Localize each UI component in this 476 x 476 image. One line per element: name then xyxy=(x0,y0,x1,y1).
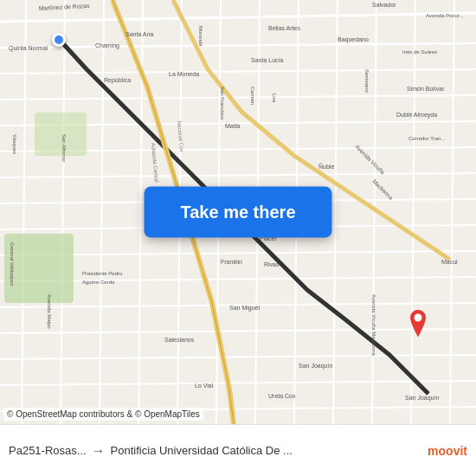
svg-text:Lira: Lira xyxy=(272,93,277,103)
route-arrow-icon: → xyxy=(92,443,106,459)
svg-text:Santa Ana: Santa Ana xyxy=(125,31,153,37)
svg-text:Inés de Suárez: Inés de Suárez xyxy=(402,49,437,55)
svg-rect-30 xyxy=(35,113,87,156)
svg-text:Vásquez: Vásquez xyxy=(12,134,17,154)
svg-text:General Velásquez: General Velásquez xyxy=(10,242,15,286)
moovit-logo-text: moovit xyxy=(428,444,467,458)
svg-text:Salesianos: Salesianos xyxy=(164,337,195,343)
svg-text:Quinta Normal: Quinta Normal xyxy=(9,45,48,52)
svg-text:Lo Vial: Lo Vial xyxy=(195,383,214,389)
svg-text:Presidente Pedro: Presidente Pedro xyxy=(82,271,123,276)
svg-text:Simón Bolívar: Simón Bolívar xyxy=(407,86,445,92)
moovit-logo: moovit xyxy=(428,444,467,458)
svg-text:La Moneda: La Moneda xyxy=(169,71,199,77)
map-container: Martínez de Rozas Salvador Bellas Artes … xyxy=(0,0,476,424)
svg-text:República: República xyxy=(104,77,131,84)
svg-text:Carmen: Carmen xyxy=(250,87,255,105)
svg-text:Baquedano: Baquedano xyxy=(338,36,369,43)
svg-text:Chaming: Chaming xyxy=(95,42,119,49)
bottom-bar: Pa251-Rosas... → Pontificia Universidad … xyxy=(0,424,476,476)
origin-marker xyxy=(52,33,66,47)
svg-text:San Joaquín: San Joaquín xyxy=(405,395,439,402)
svg-text:Ureta Cox: Ureta Cox xyxy=(268,393,296,399)
svg-text:San Alfonso: San Alfonso xyxy=(61,134,67,163)
svg-text:Corredor Tran...: Corredor Tran... xyxy=(408,136,446,141)
svg-text:Avenida Malpú: Avenida Malpú xyxy=(47,294,52,329)
svg-text:Seminario: Seminario xyxy=(364,69,370,93)
svg-text:San Joaquín: San Joaquín xyxy=(299,363,332,370)
svg-text:Morandé: Morandé xyxy=(198,26,203,47)
svg-text:Macul: Macul xyxy=(441,259,458,265)
map-attribution: © OpenStreetMap contributors & © OpenMap… xyxy=(3,408,203,421)
svg-text:Franklin: Franklin xyxy=(221,259,242,265)
take-me-there-button[interactable]: Take me there xyxy=(144,187,331,238)
svg-point-76 xyxy=(415,314,422,322)
svg-text:Dublé Almeyda: Dublé Almeyda xyxy=(396,112,437,119)
svg-text:Avenida Vicuña Mackenna: Avenida Vicuña Mackenna xyxy=(371,294,376,356)
svg-text:Ñuble: Ñuble xyxy=(318,163,334,170)
svg-text:Matta: Matta xyxy=(225,123,241,129)
svg-text:Rivas: Rivas xyxy=(264,261,280,267)
destination-text: Pontificia Universidad Católica De ... xyxy=(111,444,423,457)
svg-text:Aguirre Cerda: Aguirre Cerda xyxy=(82,280,115,285)
svg-text:Salvador: Salvador xyxy=(372,2,396,8)
svg-text:Avenida Pocur...: Avenida Pocur... xyxy=(426,13,464,18)
svg-text:Bellas Artes: Bellas Artes xyxy=(268,25,300,31)
origin-text: Pa251-Rosas... xyxy=(9,444,87,457)
destination-marker xyxy=(406,310,430,344)
svg-text:San Francisco: San Francisco xyxy=(220,87,225,120)
svg-text:San Miguel: San Miguel xyxy=(229,305,260,312)
svg-text:Santa Lucía: Santa Lucía xyxy=(251,57,283,63)
